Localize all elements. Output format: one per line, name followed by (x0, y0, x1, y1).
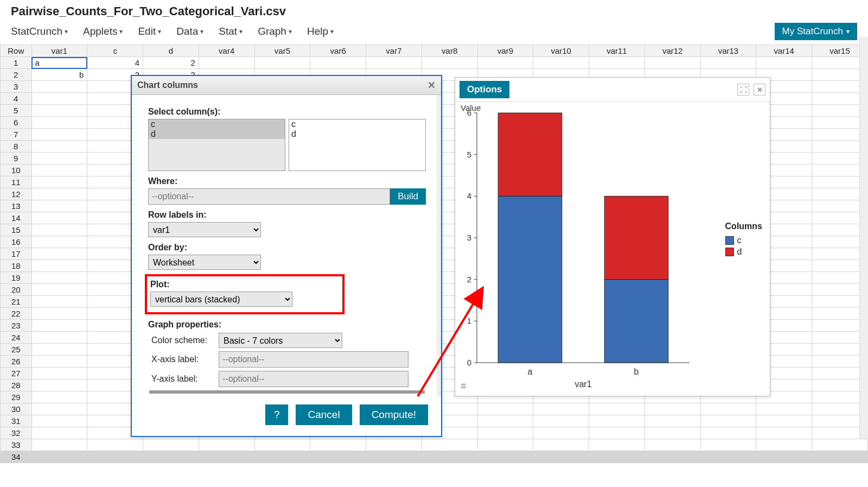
column-header[interactable]: var14 (756, 45, 812, 57)
cell[interactable] (31, 415, 87, 427)
vertical-scrollbar[interactable] (859, 37, 868, 439)
column-header[interactable]: var6 (310, 45, 366, 57)
row-number[interactable]: 20 (1, 284, 32, 296)
menu-applets[interactable]: Applets▾ (83, 26, 123, 37)
cell[interactable] (31, 81, 87, 93)
cancel-button[interactable]: Cancel (296, 404, 352, 425)
cell[interactable] (31, 236, 87, 248)
cell[interactable] (477, 427, 533, 439)
row-number[interactable]: 32 (1, 427, 32, 439)
dialog-titlebar[interactable]: Chart columns ✕ (132, 76, 441, 95)
row-number[interactable]: 4 (1, 93, 32, 105)
help-button[interactable]: ? (265, 404, 289, 425)
column-header[interactable]: var13 (700, 45, 756, 57)
row-number[interactable]: 15 (1, 224, 32, 236)
my-statcrunch-button[interactable]: My StatCrunch▾ (775, 23, 857, 40)
column-header[interactable]: var1 (31, 45, 87, 57)
cell[interactable] (589, 439, 645, 451)
row-number[interactable]: 3 (1, 81, 32, 93)
cell[interactable] (254, 57, 310, 69)
cell[interactable] (422, 57, 477, 69)
cell[interactable] (644, 451, 700, 463)
cell[interactable] (31, 320, 87, 332)
cell[interactable] (422, 439, 477, 451)
close-icon[interactable]: ✕ (754, 84, 765, 96)
menu-help[interactable]: Help▾ (307, 26, 334, 37)
cell[interactable] (366, 439, 422, 451)
plot-type-select[interactable]: vertical bars (stacked) (150, 292, 292, 307)
cell[interactable] (422, 451, 477, 463)
cell[interactable]: 4 (87, 57, 143, 69)
row-number[interactable]: 34 (1, 451, 32, 463)
cell[interactable] (477, 403, 533, 415)
row-number[interactable]: 29 (1, 391, 32, 403)
menu-graph[interactable]: Graph▾ (258, 26, 292, 37)
compute-button[interactable]: Compute! (360, 404, 428, 425)
menu-edit[interactable]: Edit▾ (138, 26, 161, 37)
column-header[interactable]: var9 (477, 45, 533, 57)
cell[interactable] (812, 439, 868, 451)
cell[interactable]: b (31, 69, 87, 81)
row-number[interactable]: 13 (1, 200, 32, 212)
close-icon[interactable]: ✕ (427, 79, 436, 91)
row-number[interactable]: 1 (1, 57, 32, 69)
cell[interactable] (533, 439, 589, 451)
row-number[interactable]: 33 (1, 439, 32, 451)
column-header[interactable]: var11 (589, 45, 645, 57)
cell[interactable] (143, 439, 199, 451)
cell[interactable] (31, 451, 87, 463)
cell[interactable] (589, 57, 645, 69)
row-number[interactable]: 10 (1, 165, 32, 176)
row-number[interactable]: 17 (1, 248, 32, 260)
build-button[interactable]: Build (390, 188, 426, 205)
cell[interactable] (31, 368, 87, 380)
cell[interactable] (31, 153, 87, 165)
cell[interactable] (31, 356, 87, 368)
list-item[interactable]: d (149, 129, 285, 139)
row-number[interactable]: 16 (1, 236, 32, 248)
list-item[interactable]: c (149, 119, 285, 129)
cell[interactable] (756, 451, 812, 463)
row-number[interactable]: 6 (1, 117, 32, 129)
cell[interactable] (756, 427, 812, 439)
cell[interactable] (31, 105, 87, 117)
cell[interactable] (700, 57, 756, 69)
cell[interactable] (254, 439, 310, 451)
row-number[interactable]: 27 (1, 368, 32, 380)
cell[interactable] (310, 57, 366, 69)
row-number[interactable]: 31 (1, 415, 32, 427)
cell[interactable] (644, 427, 700, 439)
row-number[interactable]: 5 (1, 105, 32, 117)
row-number[interactable]: 14 (1, 212, 32, 224)
cell[interactable] (533, 415, 589, 427)
row-number[interactable]: 8 (1, 141, 32, 153)
row-number[interactable]: 21 (1, 296, 32, 308)
dialog-scrollbar-thumb[interactable] (149, 390, 425, 394)
cell[interactable] (477, 451, 533, 463)
cell[interactable] (366, 451, 422, 463)
cell[interactable]: a (31, 57, 87, 69)
cell[interactable] (310, 439, 366, 451)
cell[interactable] (31, 391, 87, 403)
row-number[interactable]: 22 (1, 308, 32, 320)
cell[interactable] (644, 57, 700, 69)
row-number[interactable]: 24 (1, 332, 32, 344)
cell[interactable] (31, 93, 87, 105)
cell[interactable] (644, 415, 700, 427)
cell[interactable] (589, 415, 645, 427)
hamburger-icon[interactable]: ≡ (461, 381, 467, 392)
cell[interactable] (31, 439, 87, 451)
list-item[interactable]: d (289, 129, 425, 139)
row-number[interactable]: 9 (1, 153, 32, 165)
cell[interactable] (31, 380, 87, 391)
menu-data[interactable]: Data▾ (176, 26, 203, 37)
cell[interactable] (533, 403, 589, 415)
cell[interactable] (589, 451, 645, 463)
column-header[interactable]: var4 (199, 45, 254, 57)
cell[interactable] (199, 451, 254, 463)
cell[interactable] (199, 439, 254, 451)
cell[interactable] (589, 427, 645, 439)
color-scheme-select[interactable]: Basic - 7 colors (219, 333, 342, 348)
row-number[interactable]: 25 (1, 344, 32, 356)
cell[interactable] (31, 272, 87, 284)
